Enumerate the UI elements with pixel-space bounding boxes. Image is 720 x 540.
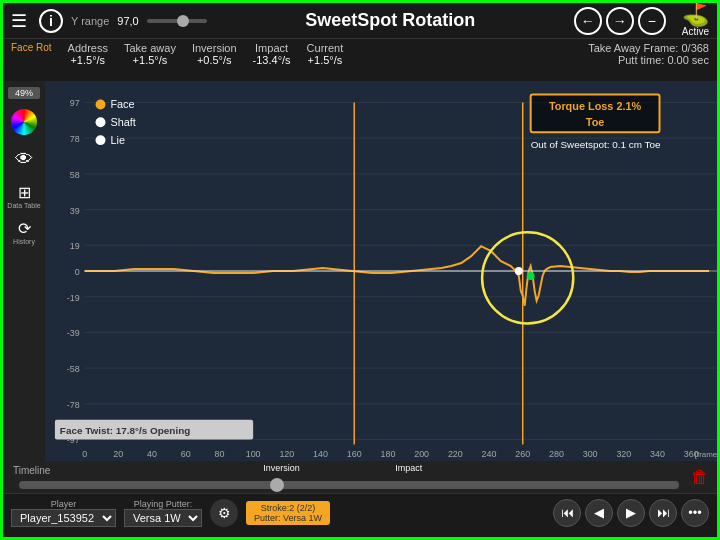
page-title: SweetSpot Rotation bbox=[215, 10, 566, 31]
forward-button[interactable]: ⏭ bbox=[649, 499, 677, 527]
face-rot-label: Face Rot bbox=[11, 42, 52, 53]
svg-text:19: 19 bbox=[70, 241, 80, 251]
svg-text:-58: -58 bbox=[67, 364, 80, 374]
svg-text:100: 100 bbox=[246, 449, 261, 459]
impact-value: -13.4°/s bbox=[253, 54, 291, 66]
nav-forward-button[interactable]: → bbox=[606, 7, 634, 35]
svg-point-47 bbox=[527, 272, 535, 280]
svg-text:320: 320 bbox=[616, 449, 631, 459]
trash-icon[interactable]: 🗑 bbox=[691, 467, 709, 488]
svg-text:20: 20 bbox=[113, 449, 123, 459]
svg-text:0: 0 bbox=[75, 267, 80, 277]
svg-text:-78: -78 bbox=[67, 400, 80, 410]
player-label: Player bbox=[51, 499, 77, 509]
svg-text:280: 280 bbox=[549, 449, 564, 459]
playback-controls: ⏮ ◀ ▶ ⏭ ••• bbox=[553, 499, 709, 527]
nav-minus-button[interactable]: − bbox=[638, 7, 666, 35]
svg-text:220: 220 bbox=[448, 449, 463, 459]
svg-text:97: 97 bbox=[70, 98, 80, 108]
svg-point-56 bbox=[96, 135, 106, 145]
svg-text:340: 340 bbox=[650, 449, 665, 459]
svg-point-52 bbox=[96, 100, 106, 110]
skip-back-button[interactable]: ⏮ bbox=[553, 499, 581, 527]
svg-text:78: 78 bbox=[70, 134, 80, 144]
eye-button[interactable]: 👁 bbox=[10, 145, 38, 173]
inversion-marker: Inversion bbox=[263, 463, 300, 473]
svg-text:Face Twist:  17.8°/s Opening: Face Twist: 17.8°/s Opening bbox=[60, 425, 190, 436]
svg-text:200: 200 bbox=[414, 449, 429, 459]
svg-text:140: 140 bbox=[313, 449, 328, 459]
nav-back-button[interactable]: ← bbox=[574, 7, 602, 35]
svg-text:260: 260 bbox=[515, 449, 530, 459]
svg-text:240: 240 bbox=[482, 449, 497, 459]
timeline-label: Timeline bbox=[13, 465, 50, 476]
svg-text:39: 39 bbox=[70, 206, 80, 216]
putter-label: Playing Putter: bbox=[134, 499, 193, 509]
data-table-label: Data Table bbox=[7, 202, 40, 209]
svg-text:Out of Sweetspot: 0.1 cm Toe: Out of Sweetspot: 0.1 cm Toe bbox=[531, 139, 661, 150]
history-button[interactable]: ⟳ History bbox=[13, 219, 35, 245]
putter-name: Putter: Versa 1W bbox=[254, 513, 322, 523]
svg-text:58: 58 bbox=[70, 170, 80, 180]
svg-text:60: 60 bbox=[181, 449, 191, 459]
current-value: +1.5°/s bbox=[308, 54, 343, 66]
stroke-label: Stroke:2 (2/2) bbox=[261, 503, 316, 513]
takeaway-frame-label: Take Away Frame: 0/368 bbox=[588, 42, 709, 54]
svg-text:120: 120 bbox=[279, 449, 294, 459]
svg-text:Torque Loss 2.1%: Torque Loss 2.1% bbox=[549, 100, 642, 112]
sensor-icon[interactable]: ⚙ bbox=[210, 499, 238, 527]
history-icon: ⟳ bbox=[18, 219, 31, 238]
play-button[interactable]: ▶ bbox=[617, 499, 645, 527]
data-table-icon: ⊞ bbox=[18, 183, 31, 202]
more-button[interactable]: ••• bbox=[681, 499, 709, 527]
menu-icon[interactable]: ☰ bbox=[11, 10, 27, 32]
stroke-info: Stroke:2 (2/2) Putter: Versa 1W bbox=[246, 501, 330, 525]
svg-text:180: 180 bbox=[381, 449, 396, 459]
address-label: Address bbox=[68, 42, 108, 54]
y-range-label: Y range bbox=[71, 15, 109, 27]
active-label: Active bbox=[682, 26, 709, 37]
impact-marker: Impact bbox=[395, 463, 422, 473]
percentage-badge: 49% bbox=[8, 87, 40, 99]
putter-select[interactable]: Versa 1W bbox=[124, 509, 202, 527]
chart-area: 97 78 58 39 19 0 -19 -39 -58 -78 -97 0 2… bbox=[45, 81, 717, 461]
takeaway-value: +1.5°/s bbox=[133, 54, 168, 66]
takeaway-label: Take away bbox=[124, 42, 176, 54]
y-range-slider[interactable] bbox=[147, 19, 207, 23]
svg-text:Shaft: Shaft bbox=[110, 116, 135, 128]
svg-point-54 bbox=[96, 117, 106, 127]
info-button[interactable]: i bbox=[39, 9, 63, 33]
timeline-thumb[interactable] bbox=[270, 478, 284, 492]
player-select[interactable]: Player_153952 bbox=[11, 509, 116, 527]
y-range-value: 97,0 bbox=[117, 15, 138, 27]
svg-text:-39: -39 bbox=[67, 328, 80, 338]
inversion-value: +0.5°/s bbox=[197, 54, 232, 66]
current-label: Current bbox=[307, 42, 344, 54]
impact-label: Impact bbox=[255, 42, 288, 54]
svg-text:-19: -19 bbox=[67, 293, 80, 303]
svg-text:40: 40 bbox=[147, 449, 157, 459]
svg-point-46 bbox=[515, 267, 523, 275]
putt-time-label: Putt time: 0.00 sec bbox=[618, 54, 709, 66]
svg-text:Lie: Lie bbox=[110, 134, 125, 146]
svg-text:Toe: Toe bbox=[586, 116, 605, 128]
svg-text:0: 0 bbox=[82, 449, 87, 459]
inversion-label: Inversion bbox=[192, 42, 237, 54]
history-label: History bbox=[13, 238, 35, 245]
golfer-icon: ⛳ bbox=[682, 4, 709, 26]
svg-text:160: 160 bbox=[347, 449, 362, 459]
svg-text:Face: Face bbox=[110, 98, 134, 110]
color-wheel[interactable] bbox=[11, 109, 37, 135]
svg-text:80: 80 bbox=[214, 449, 224, 459]
address-value: +1.5°/s bbox=[70, 54, 105, 66]
data-table-button[interactable]: ⊞ Data Table bbox=[7, 183, 40, 209]
svg-text:[frame]: [frame] bbox=[695, 450, 717, 459]
back-button[interactable]: ◀ bbox=[585, 499, 613, 527]
svg-text:300: 300 bbox=[583, 449, 598, 459]
